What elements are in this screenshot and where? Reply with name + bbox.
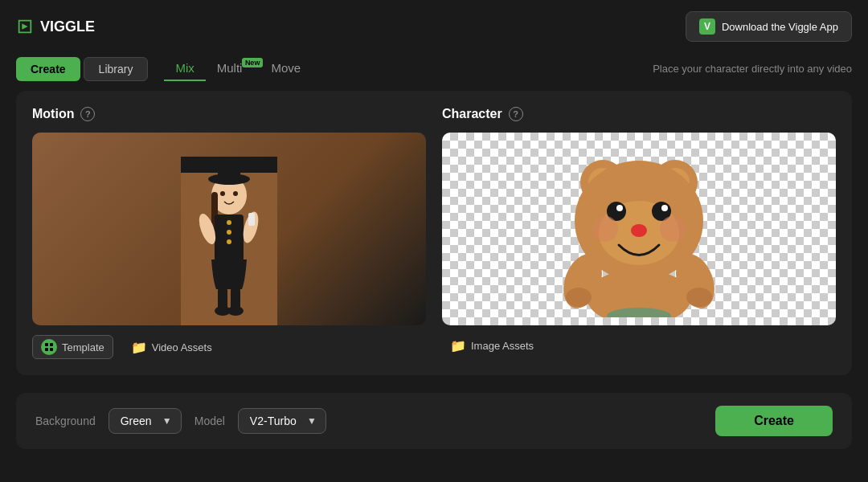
svg-point-36 <box>592 216 618 242</box>
header: VIGGLE V Download the Viggle App <box>0 0 868 53</box>
mode-tabs: Mix Multi New Move <box>164 56 312 81</box>
tab-move[interactable]: Move <box>260 56 312 81</box>
svg-marker-1 <box>22 23 27 29</box>
svg-rect-22 <box>45 343 48 346</box>
motion-panel-title: Motion ? <box>32 107 426 121</box>
viggle-v-icon: V <box>699 18 715 35</box>
svg-point-9 <box>233 191 238 196</box>
download-app-button[interactable]: V Download the Viggle App <box>686 11 852 42</box>
logo-text: VIGGLE <box>40 18 95 35</box>
svg-point-34 <box>616 205 623 211</box>
create-nav-button[interactable]: Create <box>16 57 80 81</box>
bear-figure-svg <box>559 141 719 317</box>
model-select[interactable]: V2-Turbo V2 V1 <box>238 408 326 434</box>
motion-upload-area[interactable] <box>32 133 426 325</box>
motion-panel-footer: Template 📁 Video Assets <box>32 335 426 359</box>
model-label: Model <box>194 415 225 427</box>
svg-point-14 <box>227 239 231 244</box>
download-btn-label: Download the Viggle App <box>722 21 838 33</box>
tab-multi[interactable]: Multi New <box>206 56 260 81</box>
svg-point-12 <box>227 220 231 225</box>
create-button[interactable]: Create <box>715 406 833 436</box>
nav-buttons: Create Library <box>16 57 148 81</box>
motion-panel: Motion ? <box>32 107 426 359</box>
motion-help-icon[interactable]: ? <box>80 107 95 121</box>
svg-rect-23 <box>50 343 53 346</box>
template-label: Template <box>62 341 104 353</box>
viggle-logo-icon <box>16 18 34 35</box>
girl-figure-svg <box>181 157 277 325</box>
video-assets-button[interactable]: 📁 Video Assets <box>123 337 220 358</box>
character-panel: Character ? <box>442 107 836 359</box>
svg-point-13 <box>227 230 231 235</box>
tagline: Place your character directly into any v… <box>653 63 852 75</box>
svg-point-43 <box>686 288 712 307</box>
template-icon <box>41 339 57 355</box>
svg-rect-11 <box>227 216 231 240</box>
svg-point-35 <box>661 205 668 211</box>
background-select[interactable]: Green White Black Blue <box>108 408 182 434</box>
background-select-wrap: Green White Black Blue ▼ <box>108 408 182 434</box>
character-panel-title: Character ? <box>442 107 836 121</box>
tab-mix[interactable]: Mix <box>164 56 205 81</box>
svg-point-38 <box>631 224 647 237</box>
svg-rect-17 <box>248 213 255 226</box>
image-assets-label: Image Assets <box>471 340 534 352</box>
image-assets-button[interactable]: 📁 Image Assets <box>442 335 542 357</box>
motion-image-bg <box>32 133 426 325</box>
folder-icon: 📁 <box>131 340 147 355</box>
background-label: Background <box>35 415 96 427</box>
template-button[interactable]: Template <box>32 335 113 359</box>
library-nav-button[interactable]: Library <box>84 57 149 81</box>
logo: VIGGLE <box>16 18 95 35</box>
main-content: Motion ? <box>0 81 868 385</box>
bear-image-area <box>442 133 836 325</box>
character-upload-area[interactable] <box>442 133 836 325</box>
svg-point-42 <box>566 288 592 307</box>
video-assets-label: Video Assets <box>152 341 212 353</box>
svg-point-21 <box>227 306 244 316</box>
svg-rect-25 <box>50 348 53 351</box>
svg-rect-24 <box>45 348 48 351</box>
character-help-icon[interactable]: ? <box>509 107 523 121</box>
svg-point-37 <box>660 216 686 242</box>
model-select-wrap: V2-Turbo V2 V1 ▼ <box>238 408 326 434</box>
bottom-bar: Background Green White Black Blue ▼ Mode… <box>16 393 852 449</box>
nav-bar: Create Library Mix Multi New Move Place … <box>0 53 868 81</box>
character-panel-footer: 📁 Image Assets <box>442 335 836 357</box>
svg-rect-6 <box>218 165 240 182</box>
workspace: Motion ? <box>16 91 852 375</box>
svg-point-8 <box>220 191 225 196</box>
image-folder-icon: 📁 <box>450 338 466 353</box>
